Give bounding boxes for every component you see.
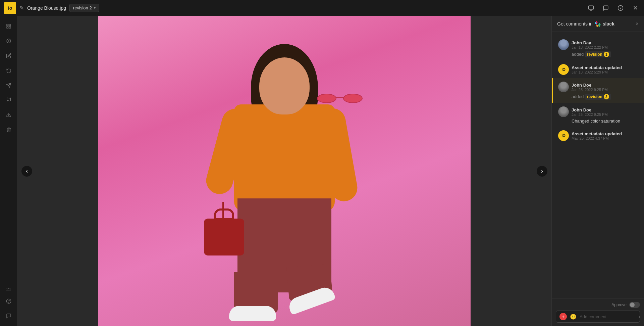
right-panel: Get comments in slack × — [551, 16, 644, 326]
top-bar-left: io ✎ Orange Blouse.jpg revision 2 ▾ — [4, 2, 99, 14]
activity-feed: John Day Jan 13, 2022 2:22 PM added revi… — [552, 32, 644, 298]
activity-time: May 25, 2022 4:37 PM — [572, 136, 622, 140]
activity-item: IO Asset metadata updated May 25, 2022 4… — [552, 127, 644, 144]
app-logo: io — [4, 2, 16, 14]
avatar: IO — [558, 64, 569, 75]
sidebar-send-icon[interactable] — [3, 79, 15, 91]
activity-time: Jan 13, 2022 2:22 PM — [572, 45, 608, 49]
svg-rect-6 — [7, 27, 8, 28]
activity-author: John Day — [572, 40, 608, 45]
activity-header: John Doe Jan 25, 2022 9:25 PM — [558, 106, 639, 117]
action-text: added — [572, 52, 585, 57]
comment-input-row: + 🙂 › — [556, 311, 640, 323]
avatar — [558, 82, 569, 92]
next-button[interactable]: › — [537, 166, 547, 177]
top-bar-right: ✕ — [586, 3, 640, 13]
svg-rect-4 — [7, 24, 8, 26]
svg-rect-22 — [596, 26, 599, 27]
activity-item: John Day Jan 13, 2022 2:22 PM added revi… — [552, 36, 644, 61]
slack-icon — [595, 21, 601, 27]
activity-author: Asset metadata updated — [572, 65, 622, 70]
chat-icon[interactable] — [601, 3, 610, 13]
chevron-down-icon: ▾ — [94, 6, 96, 10]
revision-dropdown-label: revision 2 — [73, 5, 92, 10]
revision-dropdown[interactable]: revision 2 ▾ — [69, 4, 99, 12]
revision-badge[interactable]: revision 2 — [585, 94, 611, 100]
sidebar-trash-icon[interactable] — [3, 124, 15, 136]
activity-body: added revision 1 — [558, 51, 639, 57]
activity-header: IO Asset metadata updated Jan 13, 2022 5… — [558, 64, 639, 75]
avatar — [558, 39, 569, 50]
panel-title: Get comments in slack — [557, 21, 614, 27]
main-layout: 1:1 ‹ — [0, 16, 644, 326]
sidebar-add-icon[interactable] — [3, 35, 15, 47]
slack-label: slack — [603, 21, 614, 27]
zoom-ratio: 1:1 — [6, 287, 11, 291]
handbag — [204, 219, 244, 255]
head — [259, 57, 310, 114]
activity-header: John Doe Jan 25, 2022 9:25 PM — [558, 82, 639, 92]
file-name: Orange Blouse.jpg — [27, 5, 66, 11]
activity-time: Jan 13, 2022 5:29 PM — [572, 70, 622, 74]
sidebar-download-icon[interactable] — [3, 109, 15, 121]
sidebar-chat-icon[interactable] — [3, 310, 15, 322]
fashion-photo — [98, 16, 471, 326]
sidebar-edit-icon[interactable] — [3, 50, 15, 62]
sg-bridge — [336, 97, 344, 98]
action-text: added — [572, 94, 585, 99]
shoe-left — [229, 306, 276, 321]
close-icon[interactable]: ✕ — [631, 3, 640, 13]
info-icon[interactable] — [616, 3, 625, 13]
approve-label: Approve — [611, 302, 627, 307]
approve-toggle[interactable] — [629, 302, 640, 308]
revision-badge-num: 1 — [604, 52, 609, 57]
figure — [204, 37, 365, 326]
panel-title-prefix: Get comments in — [557, 21, 593, 27]
revision-badge-num: 2 — [604, 94, 609, 99]
activity-author: John Doe — [572, 83, 608, 88]
send-comment-button[interactable]: › — [639, 314, 640, 319]
activity-header: John Day Jan 13, 2022 2:22 PM — [558, 39, 639, 50]
activity-author: Asset metadata updated — [572, 131, 622, 136]
emoji-button[interactable]: 🙂 — [570, 313, 577, 320]
svg-rect-7 — [9, 27, 11, 28]
activity-time: Jan 25, 2022 9:25 PM — [572, 112, 608, 117]
svg-rect-24 — [595, 23, 597, 24]
sidebar-undo-icon[interactable] — [3, 64, 15, 77]
top-bar: io ✎ Orange Blouse.jpg revision 2 ▾ ✕ — [0, 0, 644, 16]
panel-header: Get comments in slack × — [552, 16, 644, 32]
activity-meta: John Doe Jan 25, 2022 9:25 PM — [572, 83, 608, 92]
activity-meta: John Day Jan 13, 2022 2:22 PM — [572, 40, 608, 49]
prev-button[interactable]: ‹ — [21, 166, 32, 177]
svg-rect-5 — [9, 24, 11, 26]
activity-item: John Doe Jan 25, 2022 9:25 PM added revi… — [552, 78, 644, 103]
activity-meta: Asset metadata updated Jan 13, 2022 5:29… — [572, 65, 622, 74]
activity-item: John Doe Jan 25, 2022 9:25 PM Changed co… — [552, 103, 644, 127]
sidebar-flag-icon[interactable] — [3, 94, 15, 106]
monitor-icon[interactable] — [586, 3, 596, 13]
avatar — [558, 106, 569, 117]
activity-author: John Doe — [572, 107, 608, 112]
edit-icon[interactable]: ✎ — [19, 5, 24, 11]
canvas-area: ‹ — [17, 16, 551, 326]
avatar: IO — [558, 130, 569, 141]
comment-footer: Approve + 🙂 › — [552, 298, 644, 326]
svg-rect-0 — [589, 6, 594, 9]
add-reaction-button[interactable]: + — [559, 313, 567, 320]
approve-row: Approve — [556, 302, 640, 308]
sunglasses — [317, 94, 363, 103]
sidebar-help-icon[interactable] — [3, 295, 15, 307]
activity-item: IO Asset metadata updated Jan 13, 2022 5… — [552, 61, 644, 78]
activity-header: IO Asset metadata updated May 25, 2022 4… — [558, 130, 639, 141]
sidebar-grid-icon[interactable] — [3, 20, 15, 32]
activity-meta: Asset metadata updated May 25, 2022 4:37… — [572, 131, 622, 140]
image-canvas — [98, 16, 471, 326]
activity-body: added revision 2 — [558, 94, 639, 100]
body-torso — [234, 104, 335, 212]
panel-close-button[interactable]: × — [636, 21, 639, 27]
left-sidebar: 1:1 — [0, 16, 17, 326]
comment-input[interactable] — [580, 314, 636, 319]
svg-rect-20 — [598, 25, 601, 26]
revision-badge[interactable]: revision 1 — [585, 51, 611, 57]
sg-right-lens — [343, 94, 363, 103]
